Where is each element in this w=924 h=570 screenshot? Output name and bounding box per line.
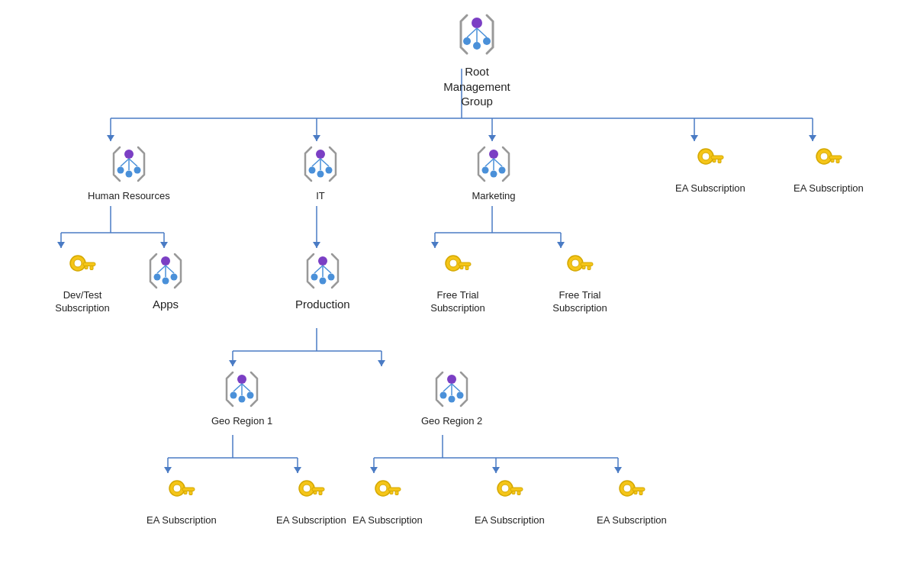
node-ea-g1b: EA Subscription <box>276 473 346 527</box>
svg-line-66 <box>320 159 329 166</box>
geo2-icon <box>429 366 475 412</box>
svg-point-47 <box>463 37 471 45</box>
svg-line-100 <box>314 266 323 273</box>
svg-line-93 <box>157 266 166 273</box>
root-icon <box>450 8 504 61</box>
svg-point-69 <box>491 171 497 178</box>
svg-line-126 <box>452 384 460 391</box>
svg-point-75 <box>702 153 710 160</box>
svg-point-54 <box>117 167 124 174</box>
svg-rect-107 <box>460 266 463 269</box>
svg-point-90 <box>154 274 161 281</box>
node-apps: Apps <box>143 248 188 312</box>
svg-point-122 <box>449 396 456 403</box>
svg-point-49 <box>483 37 491 45</box>
node-hr: Human Resources <box>88 141 170 203</box>
node-geo1: Geo Region 1 <box>211 366 272 428</box>
svg-marker-16 <box>57 242 65 248</box>
production-icon <box>300 248 346 294</box>
svg-marker-44 <box>492 467 500 473</box>
svg-marker-10 <box>691 135 698 141</box>
svg-point-98 <box>319 278 326 285</box>
svg-point-92 <box>171 274 178 281</box>
svg-rect-129 <box>182 488 195 491</box>
ea-g2b-icon <box>491 473 529 511</box>
ea1-top-icon <box>691 141 729 179</box>
svg-rect-136 <box>314 491 317 494</box>
svg-line-50 <box>467 28 477 37</box>
root-label: Root Management Group <box>435 64 519 109</box>
geo1-icon <box>219 366 265 412</box>
svg-rect-83 <box>831 159 834 163</box>
svg-point-148 <box>623 485 631 492</box>
svg-marker-7 <box>107 135 114 141</box>
svg-marker-24 <box>431 242 439 248</box>
svg-point-80 <box>820 153 828 160</box>
svg-marker-11 <box>809 135 816 141</box>
svg-point-133 <box>303 485 311 492</box>
devtest-label: Dev/Test Subscription <box>40 289 124 315</box>
svg-point-96 <box>318 256 327 266</box>
ea-g2a-icon <box>369 473 407 511</box>
svg-rect-77 <box>718 159 721 163</box>
svg-point-60 <box>316 150 325 159</box>
svg-point-138 <box>379 485 387 492</box>
svg-point-62 <box>317 171 324 178</box>
node-production: Production <box>295 248 350 312</box>
apps-label: Apps <box>153 297 179 312</box>
marketing-label: Marketing <box>472 190 515 203</box>
svg-marker-31 <box>378 360 385 366</box>
svg-rect-105 <box>459 262 471 266</box>
svg-rect-131 <box>184 491 187 494</box>
svg-rect-145 <box>517 491 520 495</box>
node-marketing: Marketing <box>471 141 517 203</box>
svg-point-120 <box>447 375 456 384</box>
ea-g1b-label: EA Subscription <box>276 514 346 527</box>
svg-line-73 <box>494 159 502 166</box>
svg-line-57 <box>121 159 129 166</box>
geo1-label: Geo Region 1 <box>211 415 272 428</box>
it-label: IT <box>316 190 325 203</box>
ea-g1a-icon <box>163 473 201 511</box>
svg-marker-19 <box>313 242 320 248</box>
svg-rect-151 <box>634 491 637 494</box>
free1-icon <box>439 248 477 286</box>
node-ea-g2b: EA Subscription <box>475 473 545 527</box>
svg-point-121 <box>440 392 447 399</box>
node-devtest: Dev/Test Subscription <box>40 248 124 315</box>
production-label: Production <box>295 297 350 312</box>
node-ea1-top: EA Subscription <box>675 141 745 195</box>
node-ea-g1a: EA Subscription <box>146 473 217 527</box>
svg-marker-43 <box>370 467 378 473</box>
svg-line-117 <box>233 384 242 391</box>
svg-line-95 <box>166 266 174 273</box>
hr-label: Human Resources <box>88 190 170 203</box>
svg-marker-9 <box>488 135 496 141</box>
svg-marker-25 <box>557 242 565 248</box>
svg-rect-146 <box>512 491 515 494</box>
svg-rect-112 <box>582 266 585 269</box>
svg-point-85 <box>74 259 82 267</box>
svg-point-128 <box>173 485 181 492</box>
svg-line-59 <box>129 159 137 166</box>
svg-rect-144 <box>510 488 523 491</box>
free2-icon <box>561 248 599 286</box>
svg-marker-37 <box>294 467 301 473</box>
svg-line-52 <box>477 28 487 37</box>
free2-label: Free Trial Subscription <box>538 289 622 315</box>
svg-rect-110 <box>581 262 593 266</box>
svg-point-63 <box>326 167 333 174</box>
node-it: IT <box>298 141 343 203</box>
svg-point-61 <box>309 167 316 174</box>
svg-rect-88 <box>85 266 88 269</box>
svg-point-55 <box>125 171 132 178</box>
svg-rect-86 <box>83 262 95 266</box>
svg-rect-76 <box>711 156 723 159</box>
svg-rect-149 <box>633 488 645 491</box>
svg-point-46 <box>472 18 482 28</box>
svg-line-64 <box>312 159 320 166</box>
node-free2: Free Trial Subscription <box>538 248 622 315</box>
svg-point-104 <box>449 259 457 267</box>
node-ea-g2a: EA Subscription <box>353 473 423 527</box>
ea2-top-label: EA Subscription <box>794 182 864 195</box>
